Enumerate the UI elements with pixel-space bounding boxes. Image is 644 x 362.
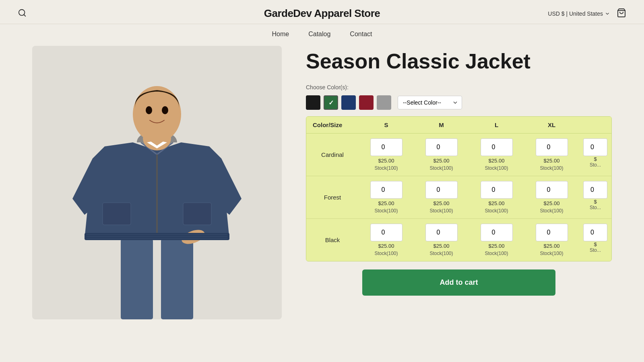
currency-label: USD $ | United States bbox=[548, 10, 603, 17]
stock-cardinal-s: Stock(100) bbox=[374, 165, 398, 171]
svg-rect-4 bbox=[121, 239, 153, 319]
price-black-xl: $25.00 bbox=[544, 243, 560, 249]
store-title: GardeDev Apparel Store bbox=[264, 7, 380, 20]
qty-input-cardinal-xl[interactable] bbox=[536, 138, 568, 156]
stock-black-m: Stock(100) bbox=[429, 251, 453, 256]
stock-cardinal-xl: Stock(100) bbox=[540, 165, 563, 171]
svg-line-1 bbox=[24, 14, 25, 16]
product-image-svg bbox=[32, 46, 282, 319]
grid-header: Color/Size S M L XL bbox=[306, 117, 611, 134]
nav-home[interactable]: Home bbox=[272, 31, 289, 38]
main-nav: Home Catalog Contact bbox=[0, 24, 644, 46]
qty-input-black-m[interactable] bbox=[425, 224, 458, 241]
qty-input-forest-m[interactable] bbox=[425, 181, 458, 199]
swatch-cardinal[interactable] bbox=[359, 95, 374, 110]
color-controls: ✓ --Select Color-- Black Forest Navy Car… bbox=[306, 95, 612, 110]
color-chooser-label: Choose Color(s): bbox=[306, 84, 612, 90]
overflow-forest: $ Sto... bbox=[579, 176, 611, 218]
price-black-s: $25.00 bbox=[378, 243, 394, 249]
chevron-down-icon bbox=[605, 11, 610, 16]
price-cardinal-m: $25.00 bbox=[433, 158, 450, 164]
qty-cell-forest-l: $25.00 Stock(100) bbox=[469, 176, 524, 218]
qty-input-black-xl[interactable] bbox=[536, 224, 568, 241]
stock-forest-s: Stock(100) bbox=[374, 208, 398, 214]
qty-input-forest-xxl[interactable] bbox=[583, 181, 607, 199]
qty-input-cardinal-l[interactable] bbox=[481, 138, 513, 156]
stock-black-xxl: Sto... bbox=[590, 247, 601, 253]
color-swatches: ✓ bbox=[306, 95, 391, 110]
stock-black-xl: Stock(100) bbox=[540, 251, 563, 256]
price-forest-s: $25.00 bbox=[378, 200, 394, 206]
stock-forest-l: Stock(100) bbox=[485, 208, 508, 214]
price-cardinal-xl: $25.00 bbox=[544, 158, 560, 164]
svg-rect-9 bbox=[183, 203, 211, 225]
price-black-l: $25.00 bbox=[489, 243, 505, 249]
cart-button[interactable] bbox=[615, 6, 628, 21]
swatch-grey[interactable] bbox=[377, 95, 391, 110]
swatch-black[interactable] bbox=[306, 95, 320, 110]
qty-cell-forest-m: $25.00 Stock(100) bbox=[414, 176, 469, 218]
qty-cell-black-m: $25.00 Stock(100) bbox=[414, 219, 469, 261]
svg-point-11 bbox=[133, 86, 181, 142]
header-color-size: Color/Size bbox=[306, 117, 359, 133]
currency-selector[interactable]: USD $ | United States bbox=[548, 10, 610, 17]
qty-input-black-l[interactable] bbox=[481, 224, 513, 241]
qty-input-forest-xl[interactable] bbox=[536, 181, 568, 199]
price-cardinal-l: $25.00 bbox=[489, 158, 505, 164]
nav-contact[interactable]: Contact bbox=[350, 31, 372, 38]
qty-cell-cardinal-s: $25.00 Stock(100) bbox=[359, 134, 414, 176]
stock-forest-m: Stock(100) bbox=[429, 208, 453, 214]
add-to-cart-button[interactable]: Add to cart bbox=[362, 269, 555, 296]
size-color-grid: Color/Size S M L XL Cardinal $25.00 Stoc… bbox=[306, 116, 612, 261]
table-row: Black $25.00 Stock(100) $25.00 Stock(100… bbox=[306, 219, 611, 261]
qty-cell-cardinal-m: $25.00 Stock(100) bbox=[414, 134, 469, 176]
stock-cardinal-m: Stock(100) bbox=[429, 165, 453, 171]
swatch-check-forest: ✓ bbox=[328, 99, 334, 107]
qty-input-cardinal-s[interactable] bbox=[370, 138, 402, 156]
row-label-black: Black bbox=[306, 219, 359, 261]
stock-forest-xxl: Sto... bbox=[590, 205, 601, 210]
color-select-dropdown[interactable]: --Select Color-- Black Forest Navy Cardi… bbox=[398, 96, 462, 109]
stock-forest-xl: Stock(100) bbox=[540, 208, 563, 214]
qty-input-cardinal-xxl[interactable] bbox=[583, 138, 607, 156]
svg-point-12 bbox=[146, 106, 152, 114]
product-image-container bbox=[32, 46, 282, 319]
swatch-forest[interactable]: ✓ bbox=[324, 95, 338, 110]
qty-input-forest-s[interactable] bbox=[370, 181, 402, 199]
header-xl: XL bbox=[524, 117, 579, 133]
stock-cardinal-l: Stock(100) bbox=[485, 165, 508, 171]
qty-input-black-s[interactable] bbox=[370, 224, 402, 241]
product-details: Season Classic Jacket Choose Color(s): ✓… bbox=[306, 46, 612, 296]
qty-input-forest-l[interactable] bbox=[481, 181, 513, 199]
qty-input-cardinal-m[interactable] bbox=[425, 138, 458, 156]
header-left bbox=[16, 7, 28, 20]
product-image bbox=[32, 46, 282, 319]
qty-cell-forest-xl: $25.00 Stock(100) bbox=[524, 176, 579, 218]
cart-icon bbox=[617, 8, 626, 18]
header-l: L bbox=[469, 117, 524, 133]
header-m: M bbox=[414, 117, 469, 133]
price-black-xxl: $ bbox=[594, 241, 597, 247]
qty-cell-black-s: $25.00 Stock(100) bbox=[359, 219, 414, 261]
stock-black-l: Stock(100) bbox=[485, 251, 508, 256]
qty-input-black-xxl[interactable] bbox=[583, 224, 607, 241]
header-right: USD $ | United States bbox=[548, 6, 628, 21]
header-s: S bbox=[359, 117, 414, 133]
price-cardinal-s: $25.00 bbox=[378, 158, 394, 164]
price-forest-xxl: $ bbox=[594, 199, 597, 205]
price-forest-m: $25.00 bbox=[433, 200, 450, 206]
search-button[interactable] bbox=[16, 7, 28, 20]
table-row: Forest $25.00 Stock(100) $25.00 Stock(10… bbox=[306, 176, 611, 219]
qty-cell-cardinal-l: $25.00 Stock(100) bbox=[469, 134, 524, 176]
stock-cardinal-xxl: Sto... bbox=[590, 162, 601, 168]
qty-cell-black-l: $25.00 Stock(100) bbox=[469, 219, 524, 261]
swatch-navy[interactable] bbox=[341, 95, 356, 110]
header: GardeDev Apparel Store USD $ | United St… bbox=[0, 0, 644, 24]
nav-catalog[interactable]: Catalog bbox=[308, 31, 330, 38]
price-forest-l: $25.00 bbox=[489, 200, 505, 206]
header-overflow bbox=[579, 117, 611, 133]
product-title: Season Classic Jacket bbox=[306, 50, 612, 73]
svg-point-13 bbox=[162, 106, 168, 114]
qty-cell-cardinal-xl: $25.00 Stock(100) bbox=[524, 134, 579, 176]
overflow-cardinal: $ Sto... bbox=[579, 134, 611, 176]
